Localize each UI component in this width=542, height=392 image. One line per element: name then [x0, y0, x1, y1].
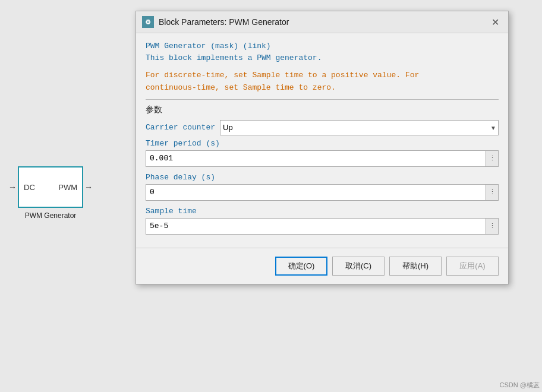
timer-period-input-group: ⋮ [146, 150, 499, 167]
pwm-block-name: PWM Generator [25, 211, 77, 220]
pwm-block-container: → DC PWM → PWM Generator [18, 166, 83, 220]
phase-delay-section: Phase delay (s) ⋮ [146, 173, 499, 201]
sample-time-menu-button[interactable]: ⋮ [486, 218, 499, 235]
dialog-body: PWM Generator (mask) (link) This block i… [136, 33, 508, 248]
pwm-label-pwm: PWM [58, 183, 77, 192]
carrier-counter-select[interactable]: Up Down Up-Down [220, 120, 499, 135]
phase-delay-input[interactable] [146, 184, 486, 201]
sample-time-label: Sample time [146, 207, 499, 216]
phase-delay-label: Phase delay (s) [146, 173, 499, 182]
section-divider [146, 99, 499, 100]
pwm-arrow-right: → [84, 182, 93, 192]
desc-line2: This block implements a PWM generator. [146, 52, 499, 64]
close-button[interactable]: ✕ [488, 15, 502, 29]
confirm-button[interactable]: 确定(O) [275, 257, 327, 276]
title-bar-left: ⚙ Block Parameters: PWM Generator [142, 16, 289, 28]
dialog-icon: ⚙ [142, 16, 154, 28]
timer-period-section: Timer period (s) ⋮ [146, 139, 499, 167]
description-section: PWM Generator (mask) (link) This block i… [146, 40, 499, 64]
desc-orange-line2: continuous-time, set Sample time to zero… [146, 82, 499, 94]
timer-period-input[interactable] [146, 150, 486, 167]
phase-delay-menu-button[interactable]: ⋮ [486, 184, 499, 201]
dialog-footer: 确定(O) 取消(C) 帮助(H) 应用(A) [136, 248, 508, 284]
carrier-counter-row: Carrier counter Up Down Up-Down ▼ [146, 120, 499, 135]
help-button[interactable]: 帮助(H) [389, 257, 442, 276]
dialog-window: ⚙ Block Parameters: PWM Generator ✕ PWM … [136, 11, 509, 284]
timer-period-menu-button[interactable]: ⋮ [486, 150, 499, 167]
apply-button[interactable]: 应用(A) [446, 257, 499, 276]
cancel-button[interactable]: 取消(C) [332, 257, 385, 276]
desc-line1: PWM Generator (mask) (link) [146, 40, 499, 52]
phase-delay-input-group: ⋮ [146, 184, 499, 201]
sample-time-input-group: ⋮ [146, 218, 499, 235]
sample-time-input[interactable] [146, 218, 486, 235]
sample-time-section: Sample time ⋮ [146, 207, 499, 235]
watermark: CSDN @橘蓝 [500, 381, 540, 390]
desc-orange-line1: For discrete-time, set Sample time to a … [146, 69, 499, 82]
carrier-counter-label: Carrier counter [146, 123, 215, 132]
title-bar: ⚙ Block Parameters: PWM Generator ✕ [136, 11, 508, 33]
canvas-area: → DC PWM → PWM Generator ⚙ Block Paramet… [0, 0, 542, 392]
pwm-block[interactable]: → DC PWM → [18, 166, 83, 208]
section-label: 参数 [146, 105, 499, 115]
carrier-counter-select-wrapper[interactable]: Up Down Up-Down ▼ [220, 120, 499, 135]
desc-orange-block: For discrete-time, set Sample time to a … [146, 69, 499, 94]
pwm-arrow-left: → [8, 182, 17, 192]
dialog-icon-symbol: ⚙ [145, 18, 151, 26]
dialog-title: Block Parameters: PWM Generator [159, 17, 289, 27]
pwm-label-dc: DC [24, 183, 35, 192]
timer-period-label: Timer period (s) [146, 139, 499, 148]
